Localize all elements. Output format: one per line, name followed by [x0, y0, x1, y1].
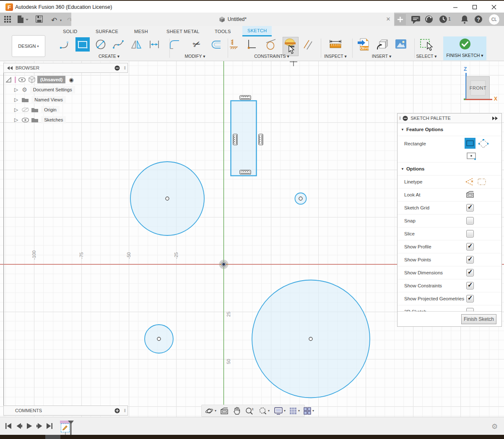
insert-group-label[interactable]: INSERT ▾: [372, 54, 391, 59]
browser-item-named-views[interactable]: ▷ Named Views: [14, 95, 66, 105]
tab-tools[interactable]: TOOLS: [210, 26, 236, 36]
slice-checkbox[interactable]: [466, 230, 474, 238]
tab-surface[interactable]: SURFACE: [91, 26, 123, 36]
activate-radio-icon[interactable]: ◉: [69, 77, 73, 83]
sketch-grid-checkbox[interactable]: [466, 204, 474, 212]
collapsed-arrow-icon[interactable]: ▷: [14, 97, 18, 103]
timeline-go-to-start-icon[interactable]: [5, 422, 12, 430]
centerline-linetype-icon[interactable]: [477, 178, 486, 186]
maximize-button[interactable]: [468, 3, 481, 11]
browser-item-document-settings[interactable]: ▷ ⚙ Document Settings: [14, 85, 75, 95]
insert-svg-icon[interactable]: SVG: [356, 37, 371, 52]
finish-sketch-footer-button[interactable]: Finish Sketch: [461, 314, 496, 324]
horizontal-vertical-constraint-icon[interactable]: [227, 37, 242, 52]
tangent-constraint-icon[interactable]: [264, 37, 278, 52]
select-tool-icon[interactable]: [419, 37, 434, 52]
root-document-name[interactable]: (Unsaved): [37, 76, 65, 83]
tab-solid[interactable]: SOLID: [58, 26, 83, 36]
constraints-group-label[interactable]: CONSTRAINTS ▾: [254, 54, 289, 59]
rectangle-2point-icon[interactable]: [465, 138, 475, 149]
feature-options-section[interactable]: ▼ Feature Options: [397, 123, 501, 136]
viewcube-front-face[interactable]: FRONT: [466, 76, 490, 100]
rectangle-tool-icon[interactable]: [75, 37, 90, 52]
timeline-play-icon[interactable]: [26, 422, 33, 430]
options-section[interactable]: ▼ Options: [397, 162, 501, 175]
tab-sheet-metal[interactable]: SHEET METAL: [161, 26, 205, 36]
document-tab[interactable]: Untitled* ✕: [71, 13, 394, 26]
comments-panel-header[interactable]: COMMENTS ‖: [3, 405, 128, 416]
show-points-checkbox[interactable]: [466, 256, 474, 263]
save-icon[interactable]: [36, 15, 43, 23]
offset-tool-icon[interactable]: [209, 37, 223, 52]
display-settings-icon[interactable]: [274, 407, 283, 415]
add-comment-icon[interactable]: [114, 408, 120, 413]
timeline-step-forward-icon[interactable]: [36, 422, 43, 430]
notifications-bell-icon[interactable]: [460, 15, 469, 24]
section-collapse-arrow[interactable]: ▼: [401, 167, 404, 171]
sketch-point-marker[interactable]: [290, 61, 297, 66]
timeline-settings-gear-icon[interactable]: ⚙: [491, 422, 498, 431]
browser-root-row[interactable]: (Unsaved) ◉: [6, 75, 74, 85]
new-tab-button[interactable]: [395, 14, 406, 25]
collapse-left-icon[interactable]: [7, 66, 13, 70]
zoom-window-icon[interactable]: [258, 407, 267, 415]
viewports-icon[interactable]: [304, 407, 311, 415]
measure-tool-icon[interactable]: [328, 37, 343, 52]
browser-item-origin[interactable]: ▷ Origin: [14, 105, 60, 115]
timeline-position-marker[interactable]: [67, 421, 75, 435]
collapsed-arrow-icon[interactable]: ▷: [14, 87, 18, 93]
user-avatar[interactable]: CL: [488, 14, 500, 25]
sketch-palette-header[interactable]: ‖ SKETCH PALETTE: [397, 114, 501, 123]
visibility-eye-icon[interactable]: [18, 77, 26, 82]
visibility-off-eye-icon[interactable]: [22, 107, 29, 112]
insert-canvas-icon[interactable]: [394, 37, 408, 52]
spline-tool-icon[interactable]: [111, 37, 125, 52]
grid-dropdown-caret[interactable]: ▾: [298, 409, 300, 413]
mirror-tool-icon[interactable]: [129, 37, 143, 52]
coincident-constraint-icon[interactable]: [244, 37, 259, 52]
extensions-icon[interactable]: [425, 15, 433, 23]
parallel-constraint-icon[interactable]: [301, 37, 315, 52]
collapsed-arrow-icon[interactable]: ▷: [14, 117, 18, 123]
tab-mesh[interactable]: MESH: [129, 26, 153, 36]
undo-icon[interactable]: ↶: [51, 16, 57, 25]
close-button[interactable]: [488, 3, 500, 11]
inspect-group-label[interactable]: INSPECT ▾: [324, 54, 347, 59]
orbit-dropdown-caret[interactable]: ▾: [215, 409, 216, 413]
file-menu-icon[interactable]: [17, 15, 29, 23]
timeline-step-back-icon[interactable]: [16, 422, 23, 430]
help-icon[interactable]: ?: [474, 15, 483, 23]
show-projected-geometries-checkbox[interactable]: [466, 295, 474, 302]
circle-tool-icon[interactable]: [94, 37, 108, 52]
panel-grip[interactable]: ‖: [124, 408, 126, 413]
sketch-dimension-icon[interactable]: [147, 37, 161, 52]
job-status-clock-icon[interactable]: [439, 15, 447, 23]
collapse-right-icon[interactable]: [492, 116, 498, 120]
tree-item-label[interactable]: Named Views: [31, 96, 66, 103]
rectangle-3point-icon[interactable]: [478, 139, 488, 148]
panel-minimize-icon[interactable]: [114, 65, 120, 71]
orbit-icon[interactable]: [205, 407, 213, 415]
tree-item-label[interactable]: Document Settings: [30, 86, 75, 93]
select-group-label[interactable]: SELECT ▾: [416, 54, 437, 59]
visibility-eye-icon[interactable]: [22, 118, 29, 122]
look-at-view-icon[interactable]: [220, 407, 229, 415]
comments-icon[interactable]: [411, 15, 421, 24]
browser-panel-header[interactable]: BROWSER ‖: [3, 63, 128, 73]
display-dropdown-caret[interactable]: ▾: [284, 409, 286, 413]
origin-point[interactable]: [219, 260, 229, 269]
tree-item-label[interactable]: Origin: [41, 106, 59, 114]
timeline-go-to-end-icon[interactable]: [46, 422, 53, 430]
show-constraints-checkbox[interactable]: [466, 282, 474, 289]
app-grid-menu-icon[interactable]: [4, 16, 11, 23]
tab-sketch[interactable]: SKETCH: [242, 26, 272, 36]
pan-hand-icon[interactable]: [233, 407, 241, 415]
expanded-arrow-icon[interactable]: [6, 77, 11, 83]
construction-linetype-icon[interactable]: [465, 178, 474, 186]
line-tool-icon[interactable]: [58, 37, 72, 52]
show-profile-checkbox[interactable]: [466, 243, 474, 250]
rectangle-center-icon[interactable]: [467, 152, 476, 160]
panel-minimize-icon[interactable]: [403, 116, 408, 121]
document-tab-close-icon[interactable]: ✕: [385, 16, 392, 22]
undo-dropdown-caret[interactable]: ▾: [60, 18, 62, 22]
